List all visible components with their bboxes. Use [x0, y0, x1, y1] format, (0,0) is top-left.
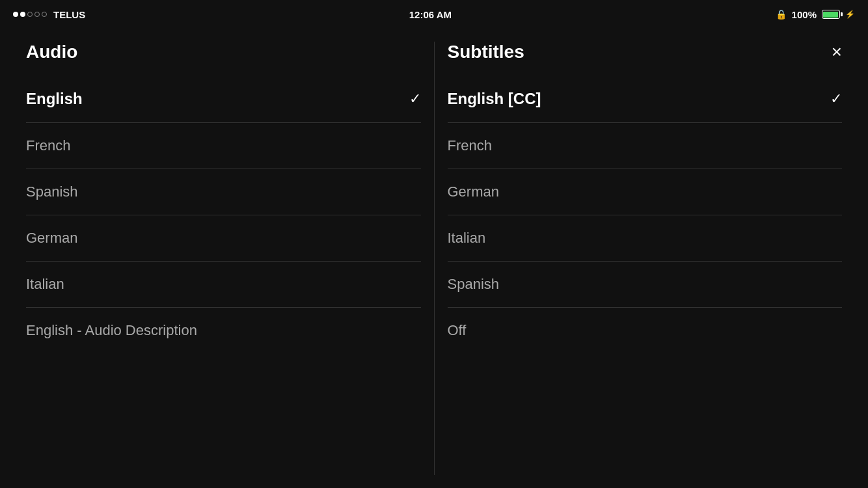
audio-item-italian[interactable]: Italian [26, 262, 421, 308]
subtitles-check-english-cc: ✓ [830, 90, 842, 107]
audio-label-english-ad: English - Audio Description [26, 322, 197, 339]
audio-item-english-ad[interactable]: English - Audio Description [26, 308, 421, 353]
audio-header: Audio [26, 42, 421, 62]
subtitles-item-german[interactable]: German [448, 169, 843, 215]
audio-list: English ✓ French Spanish German Italian … [26, 75, 421, 353]
subtitles-label-german: German [448, 183, 499, 200]
signal-dot-5 [42, 12, 47, 17]
status-left: TELUS [13, 9, 85, 20]
lock-icon: 🔒 [776, 9, 787, 20]
subtitles-item-english-cc[interactable]: English [CC] ✓ [448, 75, 843, 123]
subtitles-label-italian: Italian [448, 230, 486, 247]
audio-label-spanish: Spanish [26, 183, 78, 200]
audio-title: Audio [26, 42, 77, 62]
signal-dots [13, 12, 47, 17]
subtitles-column: Subtitles × English [CC] ✓ French German… [448, 42, 843, 475]
subtitles-item-off[interactable]: Off [448, 308, 843, 353]
battery-fill [823, 12, 838, 18]
audio-item-english[interactable]: English ✓ [26, 75, 421, 123]
charging-icon: ⚡ [845, 10, 855, 19]
signal-dot-2 [20, 12, 25, 17]
audio-label-english: English [26, 90, 83, 108]
subtitles-label-french: French [448, 137, 492, 154]
subtitles-title: Subtitles [448, 42, 524, 62]
audio-label-german: German [26, 230, 77, 247]
close-button[interactable]: × [832, 43, 842, 61]
battery-icon [822, 10, 840, 19]
subtitles-item-italian[interactable]: Italian [448, 215, 843, 262]
status-right: 🔒 100% ⚡ [776, 9, 855, 20]
signal-dot-4 [34, 12, 40, 17]
audio-item-spanish[interactable]: Spanish [26, 169, 421, 215]
audio-item-french[interactable]: French [26, 123, 421, 169]
subtitles-label-off: Off [448, 322, 467, 339]
audio-label-italian: Italian [26, 276, 64, 293]
audio-column: Audio English ✓ French Spanish German It… [26, 42, 421, 475]
subtitles-label-spanish: Spanish [448, 276, 500, 293]
battery-percent: 100% [792, 9, 817, 20]
main-content: Audio English ✓ French Spanish German It… [0, 29, 868, 488]
signal-dot-3 [27, 12, 33, 17]
audio-item-german[interactable]: German [26, 215, 421, 262]
audio-check-english: ✓ [409, 90, 421, 107]
time-display: 12:06 AM [409, 9, 452, 20]
carrier-label: TELUS [53, 9, 85, 20]
subtitles-label-english-cc: English [CC] [448, 90, 541, 108]
status-bar: TELUS 12:06 AM 🔒 100% ⚡ [0, 0, 868, 29]
signal-dot-1 [13, 12, 18, 17]
subtitles-list: English [CC] ✓ French German Italian Spa… [448, 75, 843, 353]
subtitles-item-french[interactable]: French [448, 123, 843, 169]
subtitles-header: Subtitles × [448, 42, 843, 62]
audio-label-french: French [26, 137, 70, 154]
column-divider [434, 42, 435, 475]
subtitles-item-spanish[interactable]: Spanish [448, 262, 843, 308]
